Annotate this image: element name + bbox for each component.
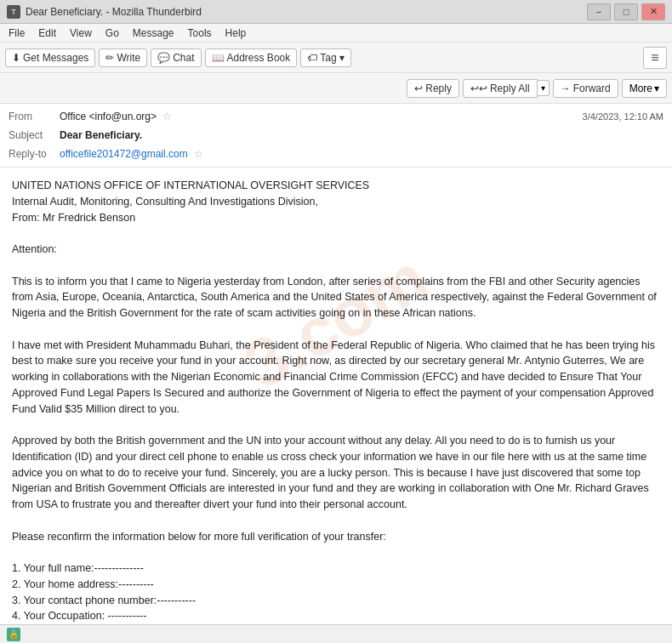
minimize-button[interactable]: − (587, 3, 611, 20)
from-value: Office <info@un.org> ☆ (60, 111, 583, 122)
reply-all-icon: ↩↩ (470, 83, 487, 94)
get-messages-icon: ⬇ (12, 52, 20, 64)
address-book-button[interactable]: 📖 Address Book (205, 48, 298, 67)
close-button[interactable]: ✕ (641, 3, 665, 20)
forward-button[interactable]: → Forward (553, 79, 618, 98)
email-body: UNITED NATIONS OFFICE OF INTERNATIONAL O… (12, 178, 660, 624)
tag-icon: 🏷 (307, 52, 317, 64)
reply-button[interactable]: ↩ Reply (407, 79, 459, 98)
email-body-container: 3.com UNITED NATIONS OFFICE OF INTERNATI… (0, 168, 672, 624)
address-book-icon: 📖 (212, 52, 225, 64)
chat-icon: 💬 (157, 52, 170, 64)
hamburger-icon: ≡ (651, 50, 658, 65)
reply-all-dropdown-button[interactable]: ▾ (538, 80, 550, 96)
menu-view[interactable]: View (65, 26, 97, 41)
action-toolbar: ↩ Reply ↩↩ Reply All ▾ → Forward More ▾ (0, 73, 672, 104)
email-date: 3/4/2023, 12:10 AM (583, 111, 663, 122)
email-scroll-area[interactable]: 3.com UNITED NATIONS OFFICE OF INTERNATI… (0, 168, 672, 624)
get-messages-button[interactable]: ⬇ Get Messages (5, 48, 95, 67)
security-icon: 🔒 (7, 628, 20, 641)
maximize-button[interactable]: □ (614, 3, 638, 20)
app-icon: T (7, 5, 20, 19)
menubar: File Edit View Go Message Tools Help (0, 24, 672, 43)
reply-all-group: ↩↩ Reply All ▾ (463, 79, 550, 98)
subject-row: Subject Dear Beneficiary. (9, 126, 663, 145)
window-controls: − □ ✕ (587, 3, 665, 20)
reply-to-label: Reply-to (9, 148, 60, 160)
from-label: From (9, 111, 60, 122)
menu-help[interactable]: Help (220, 26, 252, 41)
write-button[interactable]: ✏ Write (99, 48, 147, 67)
subject-value: Dear Beneficiary. (60, 129, 663, 141)
main-toolbar: ⬇ Get Messages ✏ Write 💬 Chat 📖 Address … (0, 43, 672, 73)
subject-label: Subject (9, 129, 60, 141)
forward-icon: → (561, 83, 571, 94)
reply-to-value: officefile201472@gmail.com ☆ (60, 148, 663, 160)
more-button[interactable]: More ▾ (622, 79, 667, 98)
reply-to-star-icon[interactable]: ☆ (194, 148, 203, 160)
menu-edit[interactable]: Edit (33, 26, 61, 41)
email-headers: From Office <info@un.org> ☆ 3/4/2023, 12… (0, 104, 672, 168)
reply-all-arrow-icon: ▾ (541, 83, 545, 93)
menu-message[interactable]: Message (128, 26, 179, 41)
from-star-icon[interactable]: ☆ (162, 111, 172, 122)
from-row: From Office <info@un.org> ☆ 3/4/2023, 12… (9, 107, 663, 126)
tag-arrow-icon: ▾ (339, 52, 345, 64)
reply-to-row: Reply-to officefile201472@gmail.com ☆ (9, 145, 663, 163)
hamburger-menu-button[interactable]: ≡ (643, 47, 667, 69)
reply-all-button[interactable]: ↩↩ Reply All (463, 79, 538, 98)
window-title: Dear Beneficiary. - Mozilla Thunderbird (26, 6, 587, 18)
titlebar: T Dear Beneficiary. - Mozilla Thunderbir… (0, 0, 672, 24)
reply-icon: ↩ (414, 83, 423, 94)
menu-file[interactable]: File (3, 26, 30, 41)
menu-go[interactable]: Go (100, 26, 124, 41)
write-icon: ✏ (105, 52, 114, 64)
menu-tools[interactable]: Tools (183, 26, 217, 41)
chat-button[interactable]: 💬 Chat (151, 48, 201, 67)
statusbar: 🔒 (0, 624, 672, 643)
tag-button[interactable]: 🏷 Tag ▾ (300, 48, 350, 67)
more-arrow-icon: ▾ (654, 83, 659, 94)
